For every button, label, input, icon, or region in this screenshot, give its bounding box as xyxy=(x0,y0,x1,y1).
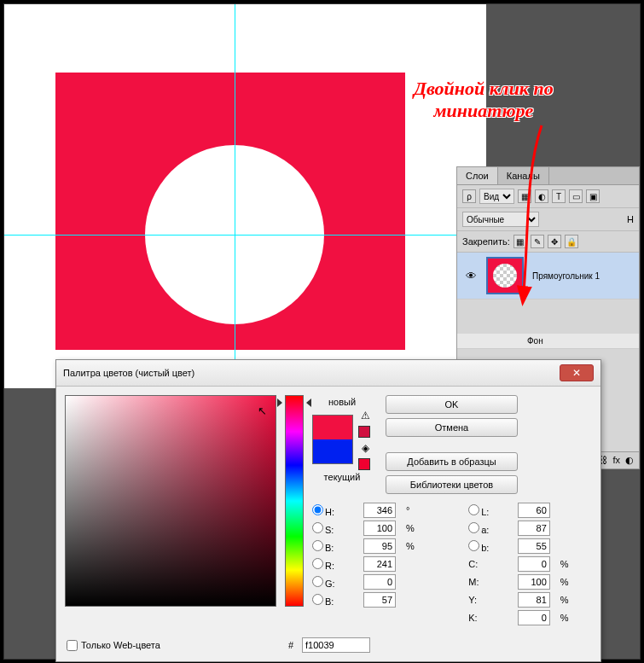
filter-type-icon[interactable]: T xyxy=(552,189,566,203)
label-current: текущий xyxy=(324,472,361,482)
radio-a[interactable]: a: xyxy=(468,522,513,535)
radio-brgb[interactable]: B: xyxy=(312,594,358,607)
layer-row-background[interactable]: Фон xyxy=(457,334,639,349)
cursor-icon: ↖ xyxy=(258,404,267,417)
filter-icon[interactable]: ρ xyxy=(462,189,476,203)
lock-move-icon[interactable]: ✥ xyxy=(548,235,561,248)
guide-horizontal[interactable] xyxy=(4,235,486,236)
layer-name[interactable]: Фон xyxy=(481,336,635,346)
field-y[interactable] xyxy=(518,592,550,608)
lock-paint-icon[interactable]: ✎ xyxy=(531,235,544,248)
tab-channels[interactable]: Каналы xyxy=(498,167,549,184)
visibility-toggle[interactable]: 👁 xyxy=(461,270,481,282)
hue-slider[interactable] xyxy=(285,395,304,607)
filter-select[interactable]: Вид xyxy=(479,189,514,204)
field-a[interactable] xyxy=(518,521,550,536)
radio-h[interactable]: H: xyxy=(312,504,358,517)
cancel-button[interactable]: Отмена xyxy=(386,418,518,437)
dialog-title: Палитра цветов (чистый цвет) xyxy=(63,368,560,378)
document-canvas[interactable] xyxy=(4,4,486,388)
field-s[interactable] xyxy=(363,521,396,536)
color-libraries-button[interactable]: Библиотеки цветов xyxy=(386,475,518,494)
radio-l[interactable]: L: xyxy=(468,504,513,517)
mask-icon[interactable]: ◐ xyxy=(625,455,634,466)
add-swatch-button[interactable]: Добавить в образцы xyxy=(386,452,518,471)
layer-thumbnail[interactable] xyxy=(486,257,524,294)
websafe-warning-icon[interactable]: ◈ xyxy=(358,441,372,455)
tab-layers[interactable]: Слои xyxy=(457,167,498,184)
label-c: C: xyxy=(468,559,513,569)
field-r[interactable] xyxy=(363,556,396,572)
field-h[interactable] xyxy=(363,503,396,518)
radio-bhsv[interactable]: B: xyxy=(312,540,358,553)
radio-g[interactable]: G: xyxy=(312,576,358,589)
label-k: K: xyxy=(468,613,513,623)
new-color-swatch xyxy=(313,416,352,439)
filter-image-icon[interactable]: ▦ xyxy=(518,189,531,203)
field-m[interactable] xyxy=(518,574,550,590)
current-color-swatch xyxy=(313,439,352,463)
layer-name[interactable]: Прямоугольник 1 xyxy=(529,271,635,281)
annotation-text: Двойной клик по миниатюре xyxy=(414,78,554,123)
field-g[interactable] xyxy=(363,574,396,590)
color-field[interactable]: ↖ xyxy=(65,395,276,607)
field-k[interactable] xyxy=(518,610,550,625)
field-bhsv[interactable] xyxy=(363,538,396,554)
field-c[interactable] xyxy=(518,556,550,572)
field-l[interactable] xyxy=(518,503,550,518)
radio-s[interactable]: S: xyxy=(312,522,358,535)
color-fields: H: ° L: S: % a: B: % b: R: xyxy=(312,503,592,625)
field-b[interactable] xyxy=(518,538,550,554)
websafe-swatch[interactable] xyxy=(358,458,370,470)
label-new: новый xyxy=(328,397,356,407)
opacity-label: Н xyxy=(627,214,634,224)
field-brgb[interactable] xyxy=(363,592,396,608)
gamut-warning-icon[interactable]: ⚠ xyxy=(358,409,372,422)
close-button[interactable]: ✕ xyxy=(560,364,594,381)
color-compare-swatch[interactable] xyxy=(312,415,353,464)
layer-row-rectangle[interactable]: 👁 Прямоугольник 1 xyxy=(457,253,639,300)
annotation-line1: Двойной клик по xyxy=(414,78,554,100)
filter-smart-icon[interactable]: ▣ xyxy=(586,189,600,203)
filter-shape-icon[interactable]: ▭ xyxy=(569,189,583,203)
filter-adjust-icon[interactable]: ◐ xyxy=(535,189,548,203)
annotation-line2: миниатюре xyxy=(414,100,554,122)
color-picker-dialog: Палитра цветов (чистый цвет) ✕ ↖ новый xyxy=(55,359,601,662)
label-y: Y: xyxy=(468,595,513,605)
blend-mode-select[interactable]: Обычные xyxy=(462,212,539,227)
dialog-titlebar[interactable]: Палитра цветов (чистый цвет) ✕ xyxy=(56,360,600,387)
hex-field[interactable] xyxy=(302,637,370,653)
radio-r[interactable]: R: xyxy=(312,558,358,571)
gamut-swatch[interactable] xyxy=(358,426,370,438)
lock-label: Закрепить: xyxy=(462,236,510,247)
lock-all-icon[interactable]: 🔒 xyxy=(565,235,578,248)
hex-label: # xyxy=(288,640,293,650)
guide-vertical[interactable] xyxy=(235,4,235,388)
label-m: M: xyxy=(468,577,513,587)
fx-icon[interactable]: fx xyxy=(612,455,620,466)
lock-pixels-icon[interactable]: ▦ xyxy=(513,235,527,248)
radio-b[interactable]: b: xyxy=(468,540,513,553)
web-only-checkbox[interactable]: Только Web-цвета xyxy=(67,640,160,651)
ok-button[interactable]: OK xyxy=(386,395,518,414)
hue-pointer[interactable] xyxy=(279,398,310,407)
